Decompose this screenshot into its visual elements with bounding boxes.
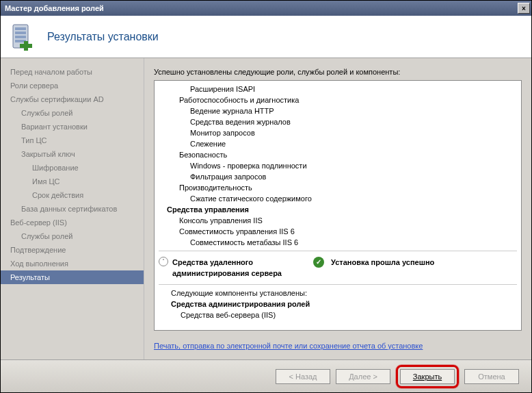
nav-item[interactable]: Тип ЦС [1, 134, 144, 147]
window-title: Мастер добавления ролей [5, 4, 518, 12]
status-section-label: Средства удаленного администрирования се… [172, 257, 309, 279]
results-list[interactable]: Расширения ISAPIРаботоспособность и диаг… [154, 80, 522, 331]
nav-item[interactable]: Закрытый ключ [1, 147, 144, 161]
wizard-window: Мастер добавления ролей × Результаты уст… [0, 0, 532, 393]
back-button: < Назад [276, 369, 330, 384]
result-line: Совместимость метабазы IIS 6 [190, 237, 517, 248]
nav-sidebar: Перед началом работыРоли сервераСлужбы с… [1, 58, 144, 359]
nav-item[interactable]: Веб-сервер (IIS) [1, 216, 144, 229]
nav-item[interactable]: Службы ролей [1, 106, 144, 120]
result-line: Слежение [190, 138, 517, 149]
nav-item[interactable]: Срок действия [1, 188, 144, 202]
collapse-icon[interactable]: ˄ [159, 257, 168, 266]
nav-item[interactable]: Вариант установки [1, 120, 144, 134]
result-line: Монитор запросов [190, 127, 517, 138]
nav-item[interactable]: Шифрование [1, 161, 144, 175]
body: Перед началом работыРоли сервераСлужбы с… [1, 58, 531, 359]
result-line: Средства ведения журналов [190, 116, 517, 127]
nav-item[interactable]: Службы сертификации AD [1, 92, 144, 106]
sub-section: Следующие компоненты установлены: Средст… [171, 288, 517, 320]
next-button: Далее > [336, 369, 390, 384]
status-ok-text: Установка прошла успешно [331, 257, 434, 268]
report-link[interactable]: Печать, отправка по электронной почте ил… [154, 342, 423, 350]
result-line: Совместимость управления IIS 6 [179, 226, 517, 237]
result-line: Консоль управления IIS [179, 215, 517, 226]
svg-rect-3 [15, 36, 26, 38]
nav-item[interactable]: Перед началом работы [1, 65, 144, 79]
result-line: Фильтрация запросов [190, 171, 517, 182]
svg-rect-1 [15, 27, 26, 30]
nav-item[interactable]: Подтверждение [1, 243, 144, 257]
result-line: Windows - проверка подлинности [190, 160, 517, 171]
header: Результаты установки [1, 16, 531, 58]
result-line: Ведение журнала HTTP [190, 105, 517, 116]
result-line: Средства управления [167, 204, 517, 215]
result-line: Работоспособность и диагностика [179, 94, 517, 105]
nav-item[interactable]: База данных сертификатов [1, 202, 144, 216]
nav-item[interactable]: Роли сервера [1, 79, 144, 92]
sub-line-3: Средства веб-сервера (IIS) [181, 309, 517, 320]
report-link-bar: Печать, отправка по электронной почте ил… [154, 331, 522, 359]
page-title: Результаты установки [47, 31, 159, 43]
footer: < Назад Далее > Закрыть Отмена [1, 359, 531, 392]
nav-item[interactable]: Ход выполнения [1, 257, 144, 270]
close-button[interactable]: Закрыть [400, 369, 455, 384]
close-icon[interactable]: × [518, 3, 530, 14]
svg-rect-6 [20, 44, 32, 48]
server-role-icon [10, 22, 38, 52]
result-line: Расширения ISAPI [190, 84, 517, 94]
sub-line-1: Следующие компоненты установлены: [171, 288, 517, 299]
main-panel: Успешно установлены следующие роли, служ… [144, 58, 531, 359]
nav-item[interactable]: Службы ролей [1, 229, 144, 243]
result-line: Сжатие статического содержимого [190, 193, 517, 204]
result-line: Производительность [179, 182, 517, 193]
success-icon: ✓ [313, 257, 324, 268]
nav-item[interactable]: Имя ЦС [1, 175, 144, 188]
intro-text: Успешно установлены следующие роли, служ… [154, 68, 522, 76]
close-highlight: Закрыть [396, 365, 459, 388]
status-row: ˄ Средства удаленного администрирования … [159, 254, 517, 281]
sub-line-2: Средства администрирования ролей [171, 299, 517, 309]
svg-rect-2 [15, 31, 26, 34]
cancel-button: Отмена [464, 369, 519, 384]
result-line: Безопасность [179, 149, 517, 160]
titlebar: Мастер добавления ролей × [1, 1, 531, 16]
nav-item[interactable]: Результаты [1, 270, 144, 284]
